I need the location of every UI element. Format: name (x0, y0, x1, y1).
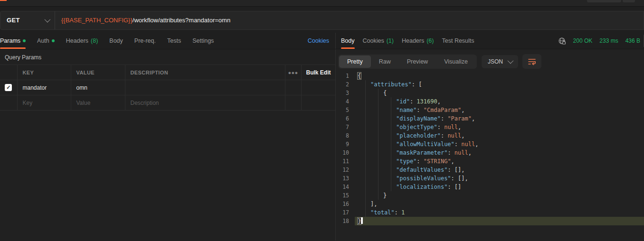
indent-guide (378, 89, 379, 200)
param-row: ✓mandatoromn (0, 80, 336, 95)
globe-lock-icon[interactable] (558, 37, 566, 45)
code-line-17: 17"total": 1 (336, 208, 644, 217)
param-checkbox[interactable]: ✓ (5, 84, 12, 91)
token: , (475, 141, 478, 148)
tab-count-badge: (1) (387, 37, 394, 44)
active-tab-indicator (0, 0, 7, 1)
tab-label: Headers (66, 37, 88, 44)
view-button-preview[interactable]: Preview (399, 56, 436, 68)
response-tab-headers[interactable]: Headers(6) (402, 33, 434, 49)
code-content: "type": "STRING", (355, 157, 644, 166)
code-line-5: 5"name": "CmdaParam", (336, 106, 644, 114)
tab-params[interactable]: Params (0, 33, 26, 49)
method-dropdown[interactable]: GET (0, 11, 55, 29)
token: "STRING" (424, 158, 451, 165)
url-input[interactable]: {{BASE_PATH_CONFIG}}/workflow/attributes… (55, 17, 644, 24)
param-key-cell[interactable]: mandator (17, 80, 71, 95)
response-tab-body[interactable]: Body (341, 33, 355, 49)
token: "possibleValues" (396, 175, 451, 182)
more-options-icon[interactable]: ●●● (285, 65, 301, 80)
bulk-edit-button[interactable]: Bulk Edit (301, 65, 336, 80)
tab-label: Settings (192, 37, 214, 44)
param-value-cell[interactable]: omn (71, 80, 125, 95)
code-line-11: 11"type": "STRING", (336, 157, 644, 166)
request-bar: GET {{BASE_PATH_CONFIG}}/workflow/attrib… (0, 11, 644, 30)
query-params-title: Query Params (0, 49, 335, 65)
param-description-cell[interactable] (125, 80, 285, 95)
token: { (383, 90, 387, 96)
tab-body[interactable]: Body (109, 33, 123, 49)
cookies-link[interactable]: Cookies (308, 37, 329, 44)
token: "type" (396, 158, 417, 165)
tab-remnant (623, 0, 635, 2)
view-button-pretty[interactable]: Pretty (339, 56, 371, 68)
tab-label: Tests (167, 37, 181, 44)
token: : (395, 209, 401, 216)
tab-label: Pre-req. (134, 37, 156, 44)
tab-count-badge: (8) (91, 37, 98, 44)
code-content: "displayName": "Param", (355, 114, 644, 123)
view-button-visualize[interactable]: Visualize (436, 56, 476, 68)
code-line-9: 9"allowMultiValue": null, (336, 140, 644, 148)
token: : [], (451, 175, 468, 182)
request-bar-row: GET {{BASE_PATH_CONFIG}}/workflow/attrib… (0, 7, 644, 33)
url-path: /workflow/attributes?mandator=omn (133, 17, 230, 24)
line-number: 7 (336, 123, 355, 131)
tab-headers[interactable]: Headers(8) (66, 33, 98, 49)
empty-cell (301, 95, 336, 111)
code-content: "maskParameter": null, (355, 148, 644, 157)
tab-auth[interactable]: Auth (37, 33, 55, 49)
active-tab-underline (341, 47, 355, 49)
new-param-value-input[interactable]: Value (71, 95, 125, 111)
code-content: "possibleValues": [], (355, 174, 644, 183)
token: null (455, 149, 468, 156)
tabs-row: ParamsAuthHeaders(8)BodyPre-req.TestsSet… (0, 33, 644, 49)
table-header-row: KEY VALUE DESCRIPTION ●●● Bulk Edit (0, 65, 336, 80)
view-button-raw[interactable]: Raw (371, 56, 399, 68)
response-tab-test-results[interactable]: Test Results (442, 33, 474, 49)
line-number: 9 (336, 140, 355, 148)
request-tabs-bar: ParamsAuthHeaders(8)BodyPre-req.TestsSet… (0, 33, 336, 49)
token: : [] (447, 184, 461, 190)
empty-cell (285, 95, 301, 111)
format-dropdown[interactable]: JSON (482, 55, 518, 68)
new-param-key-input[interactable]: Key (17, 95, 71, 111)
token: "attributes" (370, 81, 412, 88)
token: : (417, 107, 423, 113)
chevron-down-icon (508, 58, 514, 64)
token: : (441, 115, 447, 122)
response-tab-cookies[interactable]: Cookies(1) (363, 33, 394, 49)
token: , (461, 132, 464, 139)
tab-label: Body (341, 37, 355, 44)
line-number: 10 (336, 148, 355, 157)
response-body-editor[interactable]: 1{2"attributes": [3{4"id": 131690,5"name… (336, 72, 644, 225)
tab-label: Headers (402, 37, 424, 44)
empty-cell (285, 80, 301, 95)
tab-label: Auth (37, 37, 49, 44)
code-content: } (355, 217, 644, 225)
token: ], (370, 201, 377, 207)
tab-label: Params (0, 37, 20, 44)
line-number: 5 (336, 106, 355, 114)
indent-guide (391, 97, 391, 191)
token: "displayName" (396, 115, 441, 122)
tab-pre-req-[interactable]: Pre-req. (134, 33, 156, 49)
tab-tests[interactable]: Tests (167, 33, 181, 49)
postman-app: GET {{BASE_PATH_CONFIG}}/workflow/attrib… (0, 0, 644, 241)
token: , (461, 107, 464, 113)
line-number: 11 (336, 157, 355, 166)
token: { (357, 72, 361, 80)
wrap-lines-button[interactable] (522, 54, 541, 69)
code-content: "placeholder": null, (355, 131, 644, 140)
tab-settings[interactable]: Settings (192, 33, 214, 49)
code-line-8: 8"placeholder": null, (336, 131, 644, 140)
new-param-description-input[interactable]: Description (125, 95, 285, 111)
code-line-13: 13"possibleValues": [], (336, 174, 644, 183)
token: : [], (447, 167, 464, 173)
code-line-10: 10"maskParameter": null, (336, 148, 644, 157)
response-pane: PrettyRawPreviewVisualize JSON (336, 49, 644, 241)
code-content: "total": 1 (355, 208, 644, 217)
line-number: 18 (336, 217, 355, 225)
token: : (437, 124, 444, 130)
token: , (472, 115, 475, 122)
